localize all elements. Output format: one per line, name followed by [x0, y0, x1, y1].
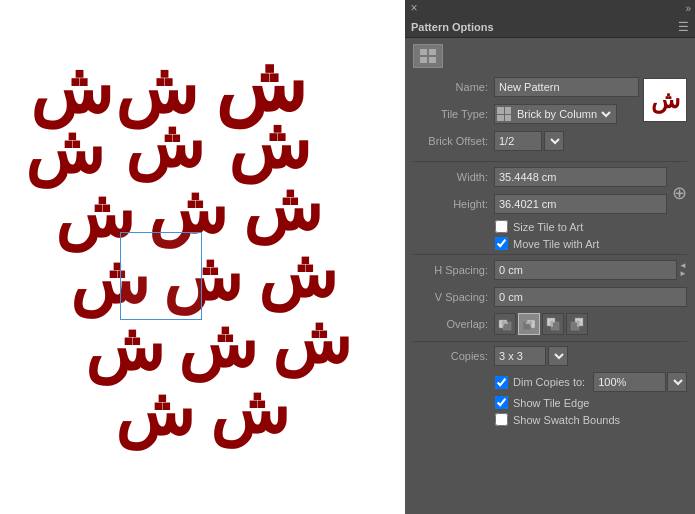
svg-rect-3	[429, 57, 436, 63]
panel-top-bar: × »	[405, 0, 695, 16]
name-input[interactable]	[494, 77, 639, 97]
tile-mode-btn-1[interactable]	[413, 44, 443, 68]
show-tile-edge-label: Show Tile Edge	[513, 397, 589, 409]
show-tile-edge-row: Show Tile Edge	[413, 396, 687, 409]
show-swatch-bounds-label: Show Swatch Bounds	[513, 414, 620, 426]
selection-box	[120, 232, 202, 320]
copies-select[interactable]: ▼	[548, 346, 568, 366]
size-tile-row: Size Tile to Art	[413, 220, 687, 233]
divider-3	[413, 341, 687, 342]
tile-type-combined: Brick by Column Grid Brick by Row Hex by…	[494, 104, 617, 124]
tile-type-select[interactable]: Brick by Column Grid Brick by Row Hex by…	[513, 107, 614, 121]
panel-content: Name: Tile Type: Brick by Column Grid Br…	[405, 38, 695, 436]
width-label: Width:	[413, 171, 488, 183]
brick-offset-input[interactable]	[494, 131, 542, 151]
panel-controls: ☰	[678, 20, 689, 34]
divider-2	[413, 254, 687, 255]
arabic-char-6: ش	[228, 110, 311, 178]
h-spacing-input[interactable]	[494, 260, 677, 280]
wh-container: Width: Height: ⊕	[413, 166, 687, 220]
h-spacing-row: H Spacing: ◄ ►	[413, 259, 687, 281]
show-tile-edge-checkbox[interactable]	[495, 396, 508, 409]
move-tile-label: Move Tile with Art	[513, 238, 599, 250]
overlap-btn-1[interactable]	[494, 313, 516, 335]
v-spacing-input[interactable]	[494, 287, 687, 307]
v-spacing-label: V Spacing:	[413, 291, 488, 303]
tile-preview-char: ش	[651, 88, 680, 112]
brick-offset-select[interactable]: ▼	[544, 131, 564, 151]
overlap-row: Overlap:	[413, 313, 687, 335]
width-input[interactable]	[494, 167, 667, 187]
canvas-area: ش ش ش ش ش ش ش ش ش ش ش ش ش ش ش ش ش	[0, 0, 405, 514]
arabic-char-14: ش	[178, 312, 257, 377]
height-input[interactable]	[494, 194, 667, 214]
tile-mode-row	[413, 44, 687, 68]
name-label: Name:	[413, 81, 488, 93]
show-swatch-bounds-row: Show Swatch Bounds	[413, 413, 687, 426]
dim-copies-checkbox[interactable]	[495, 376, 508, 389]
close-icon[interactable]: ×	[409, 3, 419, 13]
name-section: Name: Tile Type: Brick by Column Grid Br…	[413, 76, 639, 157]
panel-title: Pattern Options	[411, 21, 494, 33]
overlap-btn-4[interactable]	[566, 313, 588, 335]
pattern-options-panel: × » Pattern Options ☰	[405, 0, 695, 514]
panel-titlebar: Pattern Options ☰	[405, 16, 695, 38]
overlap-btn-2[interactable]	[518, 313, 540, 335]
link-wh-icon[interactable]: ⊕	[671, 174, 687, 212]
grid-icon	[497, 107, 511, 121]
arabic-char-13: ش	[85, 315, 164, 380]
tile-type-label: Tile Type:	[413, 108, 488, 120]
arabic-char-5: ش	[125, 112, 204, 177]
dim-copies-input[interactable]	[593, 372, 666, 392]
size-tile-label: Size Tile to Art	[513, 221, 583, 233]
name-row: Name:	[413, 76, 639, 98]
h-spacing-arrows[interactable]: ◄ ►	[679, 262, 687, 278]
copies-row: Copies: ▼	[413, 346, 687, 366]
name-tile-container: Name: Tile Type: Brick by Column Grid Br…	[413, 76, 687, 157]
copies-input[interactable]	[494, 346, 546, 366]
size-tile-checkbox[interactable]	[495, 220, 508, 233]
arabic-char-4: ش	[25, 118, 104, 183]
dim-copies-row: Dim Copies to: ▼	[413, 372, 687, 392]
arabic-char-12: ش	[258, 242, 337, 307]
width-row: Width:	[413, 166, 667, 188]
height-label: Height:	[413, 198, 488, 210]
tile-preview: ش	[643, 78, 687, 122]
overlap-btn-3[interactable]	[542, 313, 564, 335]
move-tile-row: Move Tile with Art	[413, 237, 687, 250]
h-spacing-label: H Spacing:	[413, 264, 488, 276]
move-tile-checkbox[interactable]	[495, 237, 508, 250]
panel-menu-icon[interactable]: ☰	[678, 20, 689, 34]
brick-offset-row: Brick Offset: ▼	[413, 130, 639, 152]
arabic-char-9: ش	[243, 175, 322, 240]
v-spacing-row: V Spacing:	[413, 286, 687, 308]
svg-rect-0	[420, 49, 427, 55]
arabic-char-1: ش	[30, 55, 113, 123]
svg-rect-1	[429, 49, 436, 55]
tile-type-row: Tile Type: Brick by Column Grid Brick by…	[413, 103, 639, 125]
overlap-label: Overlap:	[413, 318, 488, 330]
height-row: Height:	[413, 193, 667, 215]
divider-1	[413, 161, 687, 162]
arabic-char-17: ش	[210, 378, 289, 443]
wh-fields: Width: Height:	[413, 166, 667, 220]
copies-label: Copies:	[413, 350, 488, 362]
arabic-char-16: ش	[115, 380, 194, 445]
dim-copies-label: Dim Copies to:	[513, 376, 585, 388]
expand-icon[interactable]: »	[685, 3, 691, 14]
brick-offset-label: Brick Offset:	[413, 135, 488, 147]
svg-rect-2	[420, 57, 427, 63]
dim-copies-select[interactable]: ▼	[667, 372, 687, 392]
arabic-char-15: ش	[272, 308, 351, 373]
show-swatch-bounds-checkbox[interactable]	[495, 413, 508, 426]
